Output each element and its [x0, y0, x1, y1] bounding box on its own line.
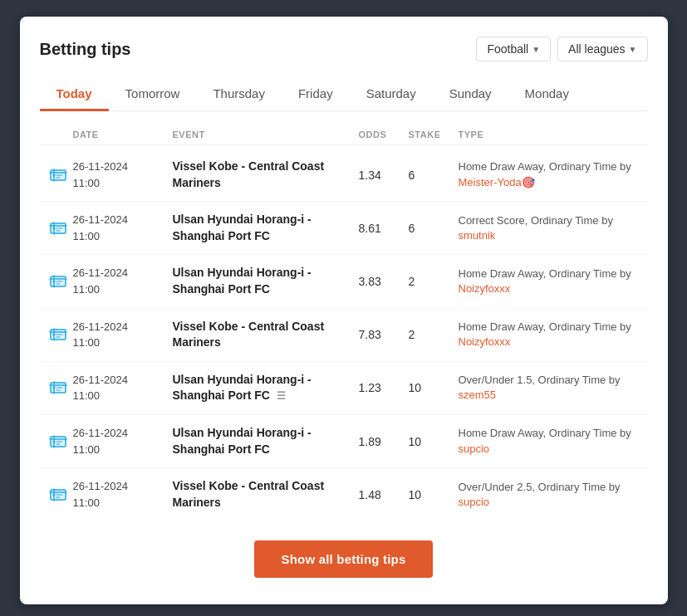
tab-today[interactable]: Today — [40, 78, 109, 111]
ticket-icon — [43, 378, 73, 398]
date-cell: 26-11-202411:00 — [73, 265, 173, 297]
table-row: 26-11-202411:00Ulsan Hyundai Horang-i - … — [40, 362, 648, 415]
col-event: EVENT — [173, 130, 359, 139]
chevron-down-icon: ▼ — [629, 45, 637, 54]
author-link[interactable]: supcio — [459, 496, 490, 508]
table-row: 26-11-202411:00Vissel Kobe - Central Coa… — [40, 309, 648, 362]
date-cell: 26-11-202411:00 — [73, 372, 173, 404]
sport-filter-dropdown[interactable]: Football ▼ — [476, 37, 551, 61]
odds-cell: 1.23 — [359, 381, 409, 394]
event-cell: Vissel Kobe - Central Coast Mariners — [173, 159, 359, 191]
stake-cell: 2 — [409, 328, 459, 341]
card-header: Betting tips Football ▼ All leagues ▼ — [40, 37, 648, 61]
date-cell: 26-11-202411:00 — [73, 212, 173, 244]
author-link[interactable]: smutnik — [459, 229, 496, 242]
svg-point-5 — [52, 227, 55, 229]
odds-cell: 7.83 — [359, 328, 409, 341]
svg-point-8 — [52, 280, 55, 282]
col-date: DATE — [73, 130, 173, 139]
author-link[interactable]: Noizyfoxxx — [459, 335, 511, 348]
event-cell: Ulsan Hyundai Horang-i - Shanghai Port F… — [173, 372, 359, 404]
page-title: Betting tips — [40, 40, 131, 59]
author-link[interactable]: supcio — [459, 442, 490, 455]
table-row: 26-11-202411:00Ulsan Hyundai Horang-i - … — [40, 202, 648, 255]
table-row: 26-11-202411:00Vissel Kobe - Central Coa… — [40, 149, 648, 202]
event-cell: Vissel Kobe - Central Coast Mariners — [173, 319, 359, 351]
stake-cell: 10 — [409, 381, 459, 394]
tab-friday[interactable]: Friday — [282, 78, 350, 111]
author-link[interactable]: szem55 — [459, 389, 497, 401]
table-row: 26-11-202411:00Ulsan Hyundai Horang-i - … — [40, 255, 648, 308]
date-cell: 26-11-202411:00 — [73, 478, 173, 511]
league-filter-dropdown[interactable]: All leagues ▼ — [557, 37, 647, 61]
ticket-icon — [43, 325, 73, 345]
table-header: DATE EVENT ODDS STAKE TYPE — [40, 125, 648, 145]
show-all-button[interactable]: Show all betting tips — [254, 540, 432, 578]
col-type: TYPE — [459, 130, 645, 139]
event-cell: Ulsan Hyundai Horang-i - Shanghai Port F… — [173, 212, 359, 244]
type-cell: Home Draw Away, Ordinary Time by supcio — [459, 426, 645, 456]
type-cell: Home Draw Away, Ordinary Time by Meister… — [459, 159, 645, 189]
col-stake: STAKE — [409, 130, 459, 139]
svg-point-20 — [52, 493, 55, 496]
event-cell: Ulsan Hyundai Horang-i - Shanghai Port F… — [173, 425, 359, 457]
chevron-down-icon: ▼ — [532, 45, 540, 54]
ticket-icon — [43, 432, 73, 452]
tab-tomorrow[interactable]: Tomorrow — [109, 78, 197, 111]
league-filter-label: All leagues — [568, 42, 626, 56]
tab-saturday[interactable]: Saturday — [350, 78, 433, 111]
ticket-icon — [43, 165, 73, 185]
svg-point-14 — [52, 387, 55, 389]
stake-cell: 6 — [409, 222, 459, 235]
tab-monday[interactable]: Monday — [508, 78, 586, 111]
tab-bar: Today Tomorrow Thursday Friday Saturday … — [40, 78, 648, 111]
sport-filter-label: Football — [487, 42, 528, 56]
event-cell: Vissel Kobe - Central Coast Mariners — [173, 478, 359, 511]
odds-cell: 8.61 — [359, 222, 409, 235]
stake-cell: 10 — [409, 435, 459, 448]
type-cell: Over/Under 1.5, Ordinary Time by szem55 — [459, 373, 645, 403]
betting-tips-card: Betting tips Football ▼ All leagues ▼ To… — [20, 17, 668, 604]
table-row: 26-11-202411:00Vissel Kobe - Central Coa… — [40, 468, 648, 521]
tab-thursday[interactable]: Thursday — [196, 78, 282, 111]
table-row: 26-11-202411:00Ulsan Hyundai Horang-i - … — [40, 415, 648, 468]
svg-point-17 — [52, 440, 55, 442]
tab-sunday[interactable]: Sunday — [433, 78, 508, 111]
header-filters: Football ▼ All leagues ▼ — [476, 37, 647, 61]
author-link[interactable]: Noizyfoxxx — [459, 282, 511, 295]
date-cell: 26-11-202411:00 — [73, 425, 173, 457]
ticket-icon — [43, 218, 73, 238]
ticket-icon — [43, 485, 73, 505]
type-cell: Correct Score, Ordinary Time by smutnik — [459, 213, 645, 243]
stake-cell: 6 — [409, 169, 459, 182]
odds-cell: 1.89 — [359, 435, 409, 448]
odds-cell: 1.48 — [359, 488, 409, 501]
type-cell: Home Draw Away, Ordinary Time by Noizyfo… — [459, 266, 645, 296]
date-cell: 26-11-202411:00 — [73, 319, 173, 351]
odds-cell: 3.83 — [359, 275, 409, 288]
odds-cell: 1.34 — [359, 169, 409, 182]
stake-cell: 10 — [409, 488, 459, 501]
col-odds: ODDS — [359, 130, 409, 139]
author-link[interactable]: Meister-Yoda🎯 — [459, 176, 535, 188]
svg-point-2 — [52, 174, 55, 176]
ticket-icon — [43, 271, 73, 291]
event-cell: Ulsan Hyundai Horang-i - Shanghai Port F… — [173, 265, 359, 297]
stake-cell: 2 — [409, 275, 459, 288]
table-body: 26-11-202411:00Vissel Kobe - Central Coa… — [40, 149, 648, 521]
list-icon: ☰ — [277, 390, 286, 402]
date-cell: 26-11-202411:00 — [73, 159, 173, 191]
svg-point-11 — [52, 334, 55, 336]
type-cell: Home Draw Away, Ordinary Time by Noizyfo… — [459, 320, 645, 350]
type-cell: Over/Under 2.5, Ordinary Time by supcio — [459, 480, 645, 510]
